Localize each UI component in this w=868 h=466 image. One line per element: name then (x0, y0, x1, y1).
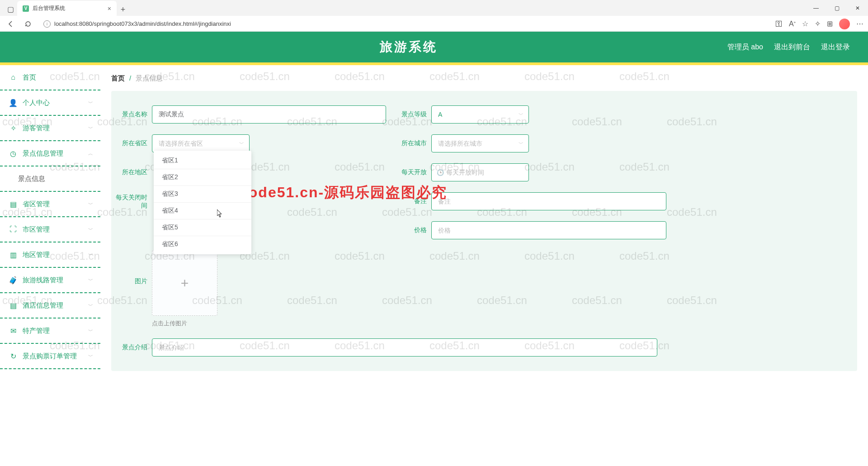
browser-tab[interactable]: V 后台管理系统 × (17, 1, 117, 16)
chevron-down-icon: ﹀ (88, 328, 93, 334)
chevron-down-icon: ﹀ (88, 201, 93, 208)
label-price: 价格 (395, 226, 431, 234)
profile-icon[interactable] (839, 19, 850, 29)
dropdown-option[interactable]: 省区4 (154, 203, 251, 219)
chevron-down-icon: ﹀ (88, 125, 93, 132)
input-intro[interactable] (152, 338, 657, 357)
browser-chrome: ▢ V 后台管理系统 × + i localhost:8080/springbo… (0, 0, 868, 32)
select-province[interactable] (152, 134, 250, 152)
label-intro: 景点介绍 (116, 343, 152, 352)
chevron-down-icon: ﹀ (88, 226, 93, 233)
label-remark: 备注 (395, 197, 431, 205)
order-icon: ↻ (9, 352, 17, 360)
window-controls: — ▢ ✕ (806, 0, 868, 16)
sidebar-item-home[interactable]: ⌂ 首页 (0, 65, 100, 90)
url-text: localhost:8080/springboot073x3/admin/dis… (54, 20, 231, 27)
chevron-down-icon: ﹀ (88, 252, 93, 258)
input-remark[interactable] (431, 192, 666, 210)
app-header: 旅游系统 管理员 abo 退出到前台 退出登录 (0, 32, 868, 62)
new-tab-button[interactable]: + (117, 3, 129, 16)
close-button[interactable]: ✕ (847, 0, 868, 16)
app-title: 旅游系统 (0, 38, 727, 56)
sidebar-item-district[interactable]: ▥ 地区管理 ﹀ (0, 243, 100, 268)
sidebar-label: 省区管理 (23, 200, 50, 209)
sidebar-label: 首页 (23, 73, 36, 82)
sidebar-item-specialty[interactable]: ✉ 特产管理 ﹀ (0, 319, 100, 344)
url-field[interactable]: i localhost:8080/springboot073x3/admin/d… (39, 20, 771, 28)
tab-close-icon[interactable]: × (108, 5, 111, 12)
hotel-icon: ▤ (9, 301, 17, 309)
input-name[interactable] (152, 105, 386, 124)
cursor-icon (217, 209, 222, 218)
select-city[interactable] (431, 134, 529, 152)
sidebar: ⌂ 首页 👤 个人中心 ﹀ ✧ 游客管理 ﹀ ◷ 景点信息管理 ︿ 景点信息 ▤… (0, 65, 100, 466)
sidebar-label: 景点信息管理 (23, 149, 63, 158)
sidebar-item-personal[interactable]: 👤 个人中心 ﹀ (0, 90, 100, 116)
sidebar-item-city[interactable]: ⛶ 市区管理 ﹀ (0, 217, 100, 243)
input-open-time[interactable] (431, 163, 529, 181)
tab-bar: ▢ V 后台管理系统 × + (0, 0, 868, 16)
scenic-icon: ◷ (9, 149, 17, 157)
sidebar-item-route[interactable]: 🧳 旅游线路管理 ﹀ (0, 268, 100, 293)
chevron-down-icon: ﹀ (88, 302, 93, 309)
dropdown-option[interactable]: 省区1 (154, 152, 251, 169)
city-icon: ⛶ (9, 225, 17, 233)
breadcrumb-current: 景点信息 (136, 74, 163, 83)
breadcrumb: 首页 / 景点信息 (111, 74, 857, 83)
content-area: 首页 / 景点信息 景点名称 景点等级 ﹀ (100, 65, 868, 466)
key-icon[interactable]: ⚿ (775, 20, 783, 28)
select-level[interactable] (431, 105, 529, 124)
dropdown-option[interactable]: 省区2 (154, 169, 251, 186)
front-link[interactable]: 退出到前台 (774, 43, 810, 52)
favicon-icon: V (23, 5, 29, 12)
province-icon: ▤ (9, 200, 17, 208)
tab-title: 后台管理系统 (33, 5, 65, 12)
specialty-icon: ✉ (9, 327, 17, 335)
tab-actions-icon[interactable]: ▢ (4, 2, 17, 16)
chevron-down-icon: ﹀ (88, 100, 93, 106)
minimize-button[interactable]: — (806, 0, 826, 16)
refresh-icon (24, 20, 32, 28)
dropdown-option[interactable]: 省区3 (154, 186, 251, 203)
dropdown-option[interactable]: 省区5 (154, 219, 251, 236)
label-open: 每天开放 (395, 168, 431, 176)
sidebar-label: 景点购票订单管理 (23, 352, 77, 361)
sidebar-item-province[interactable]: ▤ 省区管理 ﹀ (0, 192, 100, 217)
breadcrumb-home[interactable]: 首页 (111, 74, 125, 83)
visitor-icon: ✧ (9, 124, 17, 132)
input-price[interactable] (431, 221, 666, 239)
maximize-button[interactable]: ▢ (826, 0, 847, 16)
sidebar-label: 市区管理 (23, 225, 50, 234)
read-aloud-icon[interactable]: A» (789, 20, 796, 28)
sidebar-item-hotel[interactable]: ▤ 酒店信息管理 ﹀ (0, 293, 100, 319)
upload-hint: 点击上传图片 (152, 319, 217, 328)
sidebar-item-visitor[interactable]: ✧ 游客管理 ﹀ (0, 116, 100, 141)
sidebar-item-scenic-mgmt[interactable]: ◷ 景点信息管理 ︿ (0, 141, 100, 166)
home-icon: ⌂ (9, 73, 17, 81)
image-upload[interactable]: + (152, 250, 217, 316)
address-bar: i localhost:8080/springboot073x3/admin/d… (0, 16, 868, 32)
collections-icon[interactable]: ✧ (815, 19, 821, 28)
sidebar-item-scenic-info[interactable]: 景点信息 (0, 166, 100, 192)
district-icon: ▥ (9, 251, 17, 259)
refresh-button[interactable] (22, 18, 34, 30)
sidebar-item-ticket-order[interactable]: ↻ 景点购票订单管理 ﹀ (0, 344, 100, 369)
chevron-down-icon: ﹀ (88, 277, 93, 284)
breadcrumb-sep: / (129, 74, 131, 83)
back-button[interactable] (5, 18, 17, 30)
main-layout: ⌂ 首页 👤 个人中心 ﹀ ✧ 游客管理 ﹀ ◷ 景点信息管理 ︿ 景点信息 ▤… (0, 65, 868, 466)
chevron-down-icon: ﹀ (88, 353, 93, 360)
label-close: 每天关闭时间 (116, 193, 152, 209)
user-label[interactable]: 管理员 abo (727, 43, 763, 52)
sidebar-label: 游客管理 (23, 124, 50, 133)
label-district: 所在地区 (116, 168, 152, 176)
logout-link[interactable]: 退出登录 (821, 43, 850, 52)
dropdown-option[interactable]: 省区6 (154, 236, 251, 252)
favorites-icon[interactable]: ☆ (802, 19, 808, 28)
label-level: 景点等级 (395, 110, 431, 119)
sidebar-label: 酒店信息管理 (23, 301, 63, 310)
label-name: 景点名称 (116, 110, 152, 119)
menu-icon[interactable]: ⋯ (856, 19, 863, 28)
extensions-icon[interactable]: ⊞ (827, 19, 833, 28)
chevron-up-icon: ︿ (88, 150, 93, 157)
